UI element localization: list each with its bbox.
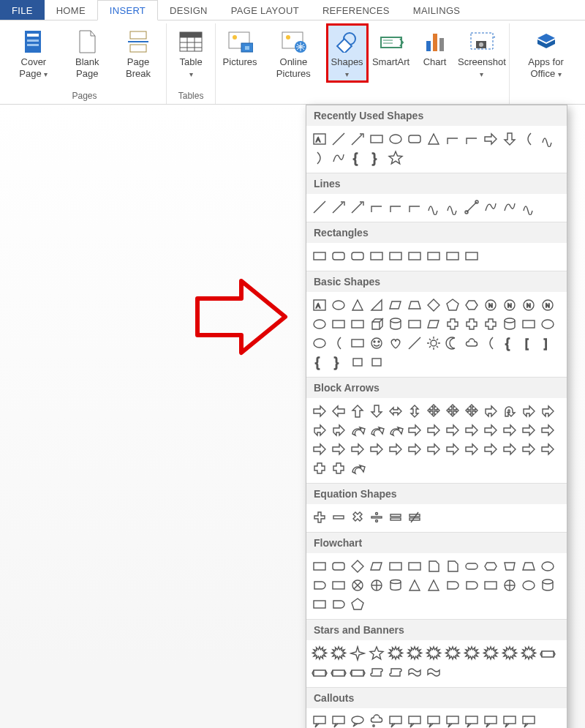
shape-item[interactable] [539,558,556,575]
shape-item[interactable] [425,440,442,458]
shape-item[interactable] [463,440,480,458]
cover-page-button[interactable]: Cover Page ▾ [7,25,60,81]
shape-item[interactable] [406,645,423,662]
shape-item[interactable] [330,509,347,526]
shape-item[interactable] [330,315,347,333]
shape-item[interactable] [311,402,328,420]
shape-item[interactable]: { [349,149,366,167]
shape-item[interactable] [368,558,385,575]
shape-item[interactable] [520,577,537,594]
shape-item[interactable] [349,459,366,477]
smartart-button[interactable]: SmartArt [371,25,411,70]
shape-item[interactable] [387,315,404,333]
shape-item[interactable] [501,713,518,728]
shape-item[interactable]: A [311,296,328,314]
shape-item[interactable] [311,149,328,167]
shape-item[interactable] [463,645,480,662]
shape-item[interactable] [406,198,423,216]
shape-item[interactable] [311,509,328,526]
shape-item[interactable] [349,645,366,662]
shape-item[interactable] [425,421,442,439]
shape-item[interactable] [330,198,347,216]
shape-item[interactable] [349,334,366,352]
shape-item[interactable]: N [539,296,556,314]
shape-item[interactable]: N [482,296,499,314]
shape-item[interactable] [349,509,366,526]
shape-item[interactable] [501,130,518,148]
shape-item[interactable] [425,577,442,594]
shape-item[interactable] [330,334,347,352]
shape-item[interactable] [330,149,347,167]
shape-item[interactable] [387,247,404,265]
shape-item[interactable] [482,558,499,575]
shape-item[interactable] [349,421,366,439]
shape-item[interactable]: { [501,334,518,352]
shape-item[interactable] [482,334,499,352]
blank-page-button[interactable]: Blank Page [64,25,110,81]
page-break-button[interactable]: Page Break [115,25,162,81]
shape-item[interactable] [425,402,442,420]
shape-item[interactable] [482,440,499,458]
shape-item[interactable] [482,130,499,148]
shape-item[interactable] [311,198,328,216]
shape-item[interactable] [501,440,518,458]
tab-page-layout[interactable]: PAGE LAYOUT [219,0,311,20]
shape-item[interactable] [520,402,537,420]
shape-item[interactable] [444,334,461,352]
tab-file[interactable]: FILE [0,0,45,20]
shape-item[interactable] [501,402,518,420]
shape-item[interactable] [349,353,366,371]
shape-item[interactable] [387,577,404,594]
shape-item[interactable] [520,645,537,662]
shape-item[interactable] [311,247,328,265]
shape-item[interactable] [444,558,461,575]
shape-item[interactable] [425,558,442,575]
shape-item[interactable] [311,421,328,439]
shape-item[interactable] [349,130,366,148]
shape-item[interactable] [368,198,385,216]
shape-item[interactable] [463,198,480,216]
shape-item[interactable] [330,596,347,613]
shape-item[interactable] [482,198,499,216]
shape-item[interactable] [482,645,499,662]
shape-item[interactable] [368,130,385,148]
shape-item[interactable] [311,315,328,333]
shape-item[interactable] [539,577,556,594]
shape-item[interactable] [311,558,328,575]
shape-item[interactable] [368,509,385,526]
shape-item[interactable] [501,421,518,439]
shape-item[interactable] [311,577,328,594]
shape-item[interactable] [425,247,442,265]
shape-item[interactable] [349,315,366,333]
shape-item[interactable] [425,713,442,728]
shapes-button[interactable]: Shapes▾ [328,25,367,81]
shape-item[interactable] [463,296,480,314]
shape-item[interactable] [368,421,385,439]
shape-item[interactable] [463,558,480,575]
shape-item[interactable] [444,130,461,148]
shape-item[interactable] [349,577,366,594]
shape-item[interactable] [463,402,480,420]
shape-item[interactable] [463,713,480,728]
shape-item[interactable]: [ [520,334,537,352]
shape-item[interactable] [520,315,537,333]
shape-item[interactable] [444,315,461,333]
shape-item[interactable] [368,315,385,333]
shape-item[interactable] [368,645,385,662]
shape-item[interactable] [539,645,556,662]
tab-references[interactable]: REFERENCES [311,0,401,20]
shape-item[interactable] [349,440,366,458]
shape-item[interactable] [520,558,537,575]
shape-item[interactable] [330,645,347,662]
shape-item[interactable] [368,664,385,681]
shape-item[interactable] [387,440,404,458]
shape-item[interactable] [425,645,442,662]
shape-item[interactable] [330,440,347,458]
shape-item[interactable] [463,315,480,333]
shape-item[interactable] [539,421,556,439]
pictures-button[interactable]: Pictures [220,25,260,70]
shape-item[interactable] [349,596,366,613]
shape-item[interactable] [406,664,423,681]
shape-item[interactable] [349,198,366,216]
shape-item[interactable] [330,130,347,148]
